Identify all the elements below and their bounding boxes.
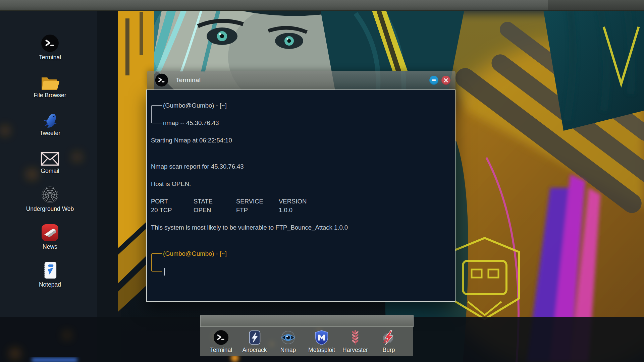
desktop-icon-news[interactable]: News bbox=[13, 222, 87, 250]
prompt-bracket bbox=[151, 106, 162, 123]
host-status-line: Host is OPEN. bbox=[151, 180, 448, 188]
wheat-icon bbox=[347, 329, 363, 346]
shield-bolt-icon bbox=[247, 329, 262, 346]
dock-item-terminal[interactable]: Terminal bbox=[204, 329, 238, 354]
dock-item-label: Burp bbox=[383, 347, 395, 354]
top-taskbar[interactable] bbox=[0, 0, 644, 11]
desktop-icon-label: Underground Web bbox=[26, 205, 74, 213]
port-scan-table: PORT STATE SERVICE VERSION 20 TCP OPEN F… bbox=[151, 197, 448, 215]
vulnerability-line: This system is most likely to be vulnera… bbox=[151, 223, 448, 232]
dock-item-metasploit[interactable]: Metasploit bbox=[305, 329, 338, 354]
window-controls bbox=[429, 76, 450, 85]
dock-top-strip bbox=[200, 315, 414, 327]
news-stripe-icon bbox=[41, 222, 59, 242]
bolt-globe-icon bbox=[381, 329, 396, 346]
nmap-starting-line: Starting Nmap at 06:22:54:10 bbox=[151, 136, 448, 145]
desktop-icon-label: Tweeter bbox=[40, 130, 60, 137]
nmap-report-line: Nmap scan report for 45.30.76.43 bbox=[151, 162, 448, 171]
desktop-icon-label: Gomail bbox=[41, 168, 59, 175]
dock-item-burp[interactable]: Burp bbox=[372, 329, 406, 354]
terminal-titlebar[interactable]: Terminal bbox=[147, 71, 455, 89]
desktop-icon-notepad[interactable]: Notepad bbox=[13, 259, 87, 288]
cell-port: 20 TCP bbox=[151, 206, 194, 215]
desktop-icon-grid: Terminal File Browser Tweeter Gomail Und… bbox=[13, 32, 87, 297]
notepad-pen-icon bbox=[42, 259, 58, 280]
prompt-command: nmap -- 45.30.76.43 bbox=[151, 119, 448, 127]
spiderweb-icon bbox=[41, 184, 59, 204]
close-icon bbox=[444, 78, 448, 82]
close-button[interactable] bbox=[441, 76, 450, 85]
minimize-icon bbox=[432, 79, 436, 81]
desktop-icon-tweeter[interactable]: Tweeter bbox=[13, 108, 87, 137]
desktop-screen: Terminal File Browser Tweeter Gomail Und… bbox=[0, 0, 644, 362]
desktop-icon-label: Terminal bbox=[39, 54, 61, 61]
prompt-context: (Gumbo@Gumbo) - [~] bbox=[151, 249, 448, 258]
desktop-icon-underground-web[interactable]: Underground Web bbox=[13, 184, 87, 213]
table-row: 20 TCP OPEN FTP 1.0.0 bbox=[151, 206, 448, 215]
col-state: STATE bbox=[194, 197, 236, 206]
top-taskbar-right-segment bbox=[548, 0, 644, 10]
desktop-icon-label: File Browser bbox=[34, 92, 66, 99]
window-title: Terminal bbox=[176, 76, 201, 84]
terminal-output: (Gumbo@Gumbo) - [~] nmap -- 45.30.76.43 … bbox=[147, 90, 455, 276]
terminal-icon bbox=[155, 73, 168, 87]
col-version: VERSION bbox=[279, 197, 307, 206]
cell-service: FTP bbox=[236, 206, 279, 215]
minimize-button[interactable] bbox=[429, 76, 438, 85]
prompt-context: (Gumbo@Gumbo) - [~] bbox=[151, 101, 448, 110]
cell-state: OPEN bbox=[194, 206, 236, 215]
blue-bird-icon bbox=[41, 108, 59, 128]
terminal-icon bbox=[213, 329, 229, 346]
dock-item-harvester[interactable]: Harvester bbox=[338, 329, 372, 354]
dock-item-label: Nmap bbox=[280, 347, 296, 354]
col-service: SERVICE bbox=[236, 197, 279, 206]
dock-item-nmap[interactable]: Nmap bbox=[271, 329, 305, 354]
prompt-command-current bbox=[151, 267, 448, 276]
folder-icon bbox=[41, 70, 59, 90]
terminal-cursor bbox=[164, 268, 165, 276]
terminal-body[interactable]: (Gumbo@Gumbo) - [~] nmap -- 45.30.76.43 … bbox=[146, 89, 455, 302]
cell-version: 1.0.0 bbox=[279, 206, 292, 215]
terminal-icon bbox=[41, 32, 59, 52]
prompt-block-current: (Gumbo@Gumbo) - [~] bbox=[151, 249, 448, 276]
desktop-icon-label: Notepad bbox=[39, 281, 61, 288]
envelope-icon bbox=[41, 146, 59, 166]
dock-item-label: Harvester bbox=[342, 347, 368, 354]
dock-item-label: Terminal bbox=[210, 347, 232, 354]
desktop-icon-label: News bbox=[43, 243, 57, 250]
table-header-row: PORT STATE SERVICE VERSION bbox=[151, 197, 448, 206]
dock-item-label: Airocrack bbox=[243, 347, 267, 354]
dock-item-label: Metasploit bbox=[308, 347, 335, 354]
desktop-icon-gomail[interactable]: Gomail bbox=[13, 146, 87, 175]
desktop-icon-terminal[interactable]: Terminal bbox=[13, 32, 87, 61]
col-port: PORT bbox=[151, 197, 194, 206]
prompt-bracket bbox=[151, 254, 162, 271]
dock-bar: Terminal Airocrack Nmap Metasploit Harve… bbox=[200, 326, 413, 356]
eye-icon bbox=[281, 329, 296, 346]
dock-item-airocrack[interactable]: Airocrack bbox=[238, 329, 271, 354]
prompt-block-past: (Gumbo@Gumbo) - [~] nmap -- 45.30.76.43 bbox=[151, 101, 448, 127]
desktop-icon-file-browser[interactable]: File Browser bbox=[13, 70, 87, 99]
shield-m-icon bbox=[314, 329, 329, 346]
